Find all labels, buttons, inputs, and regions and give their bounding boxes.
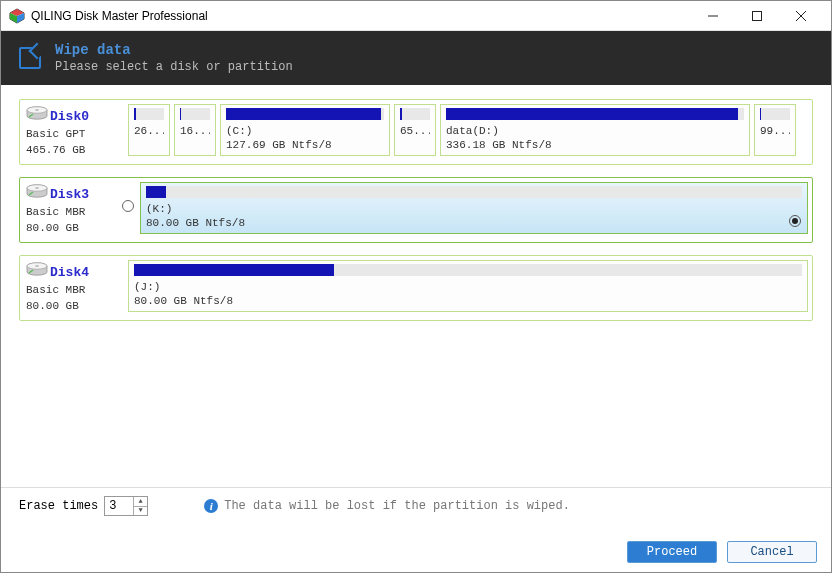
disk-info: Disk3 Basic MBR 80.00 GB bbox=[22, 182, 122, 238]
disk-size: 80.00 GB bbox=[26, 299, 116, 314]
partition-size: 80.00 GB Ntfs/8 bbox=[146, 216, 802, 230]
minimize-button[interactable] bbox=[691, 2, 735, 30]
page-header: Wipe data Please select a disk or partit… bbox=[1, 31, 831, 85]
partition-size: 26... bbox=[134, 124, 164, 138]
window-title: QILING Disk Master Professional bbox=[31, 9, 208, 23]
partition-size: 127.69 GB Ntfs/8 bbox=[226, 138, 384, 152]
disk-icon bbox=[26, 262, 48, 282]
usage-bar bbox=[400, 108, 430, 120]
disk-type: Basic GPT bbox=[26, 127, 116, 142]
erase-times-spinner[interactable]: ▲ ▼ bbox=[104, 496, 148, 516]
wipe-icon bbox=[19, 47, 41, 69]
disk-info: Disk4 Basic MBR 80.00 GB bbox=[22, 260, 122, 316]
disk-size: 465.76 GB bbox=[26, 143, 116, 158]
partition[interactable]: 99... bbox=[754, 104, 796, 156]
disk-size: 80.00 GB bbox=[26, 221, 116, 236]
hint-text: The data will be lost if the partition i… bbox=[224, 499, 570, 513]
partition-label: (K:) bbox=[146, 202, 802, 216]
usage-bar bbox=[180, 108, 210, 120]
partition[interactable]: (J:)80.00 GB Ntfs/8 bbox=[128, 260, 808, 312]
partition-radio[interactable] bbox=[789, 215, 801, 227]
disk-row[interactable]: Disk3 Basic MBR 80.00 GB(K:)80.00 GB Ntf… bbox=[19, 177, 813, 243]
partition-label: (J:) bbox=[134, 280, 802, 294]
usage-bar bbox=[146, 186, 802, 198]
disk-name: Disk3 bbox=[50, 187, 89, 202]
disk-name: Disk0 bbox=[50, 109, 89, 124]
maximize-button[interactable] bbox=[735, 2, 779, 30]
usage-bar bbox=[446, 108, 744, 120]
usage-bar bbox=[226, 108, 384, 120]
partition-label: (C:) bbox=[226, 124, 384, 138]
partition-size: 65... bbox=[400, 124, 430, 138]
svg-rect-5 bbox=[753, 11, 762, 20]
disk-type: Basic MBR bbox=[26, 283, 116, 298]
disk-icon bbox=[26, 106, 48, 126]
partition[interactable]: 26... bbox=[128, 104, 170, 156]
action-bar: Proceed Cancel bbox=[1, 532, 831, 572]
partition-size: 16... bbox=[180, 124, 210, 138]
partition-list: (J:)80.00 GB Ntfs/8 bbox=[128, 260, 808, 312]
partition-size: 80.00 GB Ntfs/8 bbox=[134, 294, 802, 308]
partition[interactable]: 65... bbox=[394, 104, 436, 156]
svg-point-10 bbox=[35, 109, 39, 110]
disk-name: Disk4 bbox=[50, 265, 89, 280]
proceed-button[interactable]: Proceed bbox=[627, 541, 717, 563]
info-icon: i bbox=[204, 499, 218, 513]
disk-type: Basic MBR bbox=[26, 205, 116, 220]
partition[interactable]: (C:)127.69 GB Ntfs/8 bbox=[220, 104, 390, 156]
partition[interactable]: (K:)80.00 GB Ntfs/8 bbox=[140, 182, 808, 234]
titlebar: QILING Disk Master Professional bbox=[1, 1, 831, 31]
disk-icon bbox=[26, 184, 48, 204]
disk-info: Disk0 Basic GPT 465.76 GB bbox=[22, 104, 122, 160]
partition-size: 336.18 GB Ntfs/8 bbox=[446, 138, 744, 152]
spinner-down-icon[interactable]: ▼ bbox=[134, 507, 147, 516]
spinner-up-icon[interactable]: ▲ bbox=[134, 497, 147, 507]
cancel-button[interactable]: Cancel bbox=[727, 541, 817, 563]
erase-times-input[interactable] bbox=[105, 497, 133, 515]
page-title: Wipe data bbox=[55, 42, 293, 58]
usage-bar bbox=[134, 264, 802, 276]
options-bar: Erase times ▲ ▼ i The data will be lost … bbox=[1, 487, 831, 524]
svg-point-16 bbox=[35, 265, 39, 266]
partition[interactable]: data(D:)336.18 GB Ntfs/8 bbox=[440, 104, 750, 156]
disk-radio[interactable] bbox=[122, 200, 134, 212]
close-button[interactable] bbox=[779, 2, 823, 30]
partition-list: 26...16...(C:)127.69 GB Ntfs/865...data(… bbox=[128, 104, 808, 156]
page-subtitle: Please select a disk or partition bbox=[55, 60, 293, 74]
partition-list: (K:)80.00 GB Ntfs/8 bbox=[140, 182, 808, 234]
usage-bar bbox=[760, 108, 790, 120]
disk-row[interactable]: Disk4 Basic MBR 80.00 GB(J:)80.00 GB Ntf… bbox=[19, 255, 813, 321]
partition[interactable]: 16... bbox=[174, 104, 216, 156]
app-logo-icon bbox=[9, 8, 25, 24]
usage-bar bbox=[134, 108, 164, 120]
partition-label: data(D:) bbox=[446, 124, 744, 138]
erase-times-label: Erase times bbox=[19, 499, 98, 513]
disk-list: Disk0 Basic GPT 465.76 GB26...16...(C:)1… bbox=[1, 85, 831, 321]
svg-point-13 bbox=[35, 187, 39, 188]
partition-size: 99... bbox=[760, 124, 790, 138]
disk-row[interactable]: Disk0 Basic GPT 465.76 GB26...16...(C:)1… bbox=[19, 99, 813, 165]
